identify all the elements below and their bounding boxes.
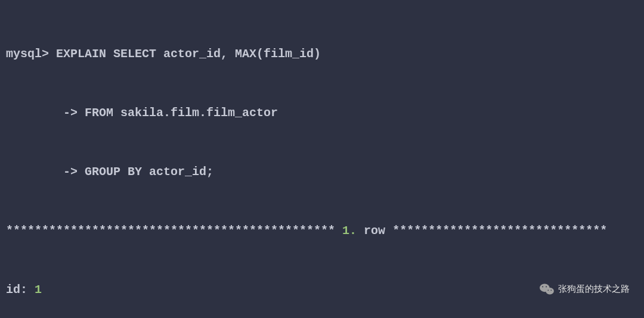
mysql-prompt: mysql> <box>6 47 49 61</box>
stars-right: ****************************** <box>392 224 607 238</box>
query-line-1: mysql> EXPLAIN SELECT actor_id, MAX(film… <box>6 44 638 64</box>
svg-point-4 <box>547 289 549 291</box>
continuation-prompt: -> <box>35 165 78 179</box>
query-line-2: -> FROM sakila.film.film_actor <box>6 103 638 123</box>
watermark-text: 张狗蛋的技术之路 <box>558 282 630 297</box>
query-line-3: -> GROUP BY actor_id; <box>6 162 638 182</box>
row-separator: ****************************************… <box>6 221 638 241</box>
id-label: id: <box>6 283 27 297</box>
svg-point-3 <box>546 286 547 287</box>
svg-point-5 <box>551 289 552 291</box>
svg-point-2 <box>542 286 543 287</box>
query-text-1: EXPLAIN SELECT actor_id, MAX(film_id) <box>49 47 321 61</box>
svg-point-1 <box>546 288 554 294</box>
row-number: 1. <box>335 224 357 238</box>
id-value: 1 <box>35 283 42 297</box>
wechat-icon <box>539 283 555 296</box>
continuation-prompt: -> <box>35 106 78 120</box>
row-text: row <box>357 224 392 238</box>
query-text-3: GROUP BY actor_id; <box>78 165 213 179</box>
mysql-terminal: mysql> EXPLAIN SELECT actor_id, MAX(film… <box>6 5 638 318</box>
query-text-2: FROM sakila.film.film_actor <box>78 106 278 120</box>
stars-left: ****************************************… <box>6 224 335 238</box>
watermark: 张狗蛋的技术之路 <box>539 282 630 297</box>
